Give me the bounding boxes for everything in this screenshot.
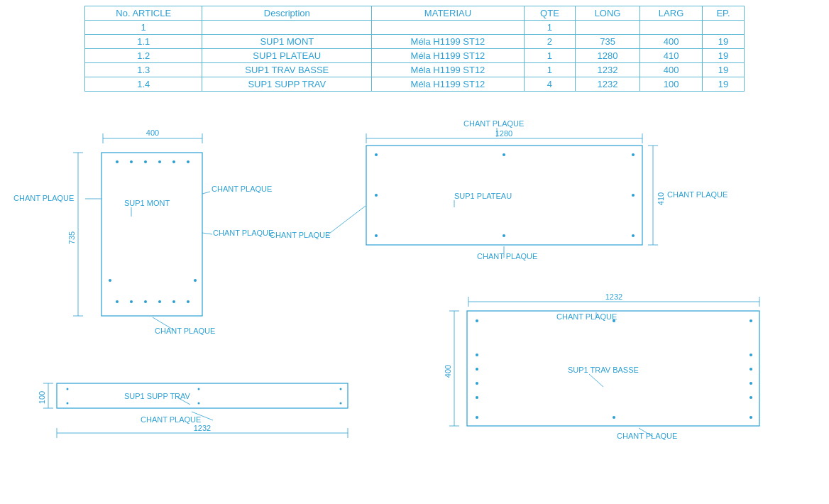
table-cell-qte: 1 bbox=[524, 21, 575, 35]
svg-point-41 bbox=[503, 234, 505, 237]
svg-line-7 bbox=[202, 192, 210, 194]
svg-rect-9 bbox=[101, 153, 202, 316]
table-cell-larg: 100 bbox=[639, 77, 702, 92]
table-cell-desc: SUP1 TRAV BASSE bbox=[202, 63, 372, 77]
table-cell-larg: 400 bbox=[639, 63, 702, 77]
table-cell-ep: 19 bbox=[703, 77, 745, 92]
mont-chant-mid: CHANT PLAQUE bbox=[213, 229, 273, 237]
svg-line-33 bbox=[326, 206, 366, 236]
svg-point-77 bbox=[67, 388, 69, 390]
mont-chant-left: CHANT PLAQUE bbox=[13, 194, 74, 202]
table-cell-long bbox=[576, 21, 640, 35]
technical-drawing: 400 735 CHANT PLAQUE CHANT PLAQUE CHANT … bbox=[0, 114, 829, 504]
svg-point-60 bbox=[476, 354, 478, 356]
table-cell-no: 1.1 bbox=[85, 35, 202, 49]
trav-basse-width-dim: 1232 bbox=[605, 292, 622, 301]
svg-point-16 bbox=[116, 300, 119, 303]
svg-line-25 bbox=[202, 233, 212, 234]
svg-point-78 bbox=[67, 402, 69, 405]
col-header-ep: EP. bbox=[703, 6, 745, 21]
table-cell-ep bbox=[703, 21, 745, 35]
svg-point-22 bbox=[109, 279, 111, 282]
svg-point-19 bbox=[158, 300, 161, 303]
svg-point-63 bbox=[476, 396, 478, 399]
svg-point-62 bbox=[476, 382, 478, 385]
table-cell-desc: SUP1 PLATEAU bbox=[202, 49, 372, 63]
table-cell-mat: Méla H1199 ST12 bbox=[372, 35, 525, 49]
table-cell-no: 1.3 bbox=[85, 63, 202, 77]
table-cell-ep: 19 bbox=[703, 35, 745, 49]
table-row: 1.3SUP1 TRAV BASSEMéla H1199 ST121123240… bbox=[85, 63, 745, 77]
svg-point-40 bbox=[503, 153, 505, 156]
trav-basse-height-dim: 400 bbox=[444, 365, 452, 378]
plateau-chant-left: CHANT PLAQUE bbox=[270, 231, 330, 239]
table-cell-long: 1232 bbox=[576, 77, 640, 92]
svg-point-20 bbox=[172, 300, 175, 303]
plateau-chant-right: CHANT PLAQUE bbox=[667, 190, 728, 199]
svg-point-55 bbox=[750, 319, 752, 322]
table-cell-mat: Méla H1199 ST12 bbox=[372, 63, 525, 77]
svg-point-39 bbox=[632, 234, 635, 237]
svg-point-56 bbox=[476, 416, 478, 419]
table-row: 1.4SUP1 SUPP TRAVMéla H1199 ST1241232100… bbox=[85, 77, 745, 92]
svg-point-12 bbox=[144, 160, 147, 163]
mont-chant-bottom: CHANT PLAQUE bbox=[155, 327, 215, 335]
col-header-qte: QTE bbox=[524, 6, 575, 21]
col-header-no: No. ARTICLE bbox=[85, 6, 202, 21]
bom-table: No. ARTICLE Description MATERIAU QTE LON… bbox=[84, 6, 745, 92]
svg-line-68 bbox=[589, 374, 603, 387]
svg-point-18 bbox=[144, 300, 147, 303]
table-row: 11 bbox=[85, 21, 745, 35]
table-cell-larg: 400 bbox=[639, 35, 702, 49]
svg-point-36 bbox=[375, 153, 378, 156]
svg-point-10 bbox=[116, 160, 119, 163]
svg-point-59 bbox=[613, 416, 615, 419]
col-header-long: LONG bbox=[576, 6, 640, 21]
svg-point-37 bbox=[632, 153, 635, 156]
sup1-mont-label: SUP1 MONT bbox=[124, 199, 170, 207]
svg-point-15 bbox=[187, 160, 190, 163]
table-cell-no: 1.4 bbox=[85, 77, 202, 92]
mont-width-dim: 400 bbox=[146, 128, 159, 137]
mont-chant-right: CHANT PLAQUE bbox=[212, 185, 272, 193]
table-cell-mat bbox=[372, 21, 525, 35]
mont-height-dim: 735 bbox=[67, 231, 76, 244]
svg-point-58 bbox=[613, 319, 615, 322]
table-cell-no: 1.2 bbox=[85, 49, 202, 63]
svg-point-65 bbox=[750, 368, 752, 371]
table-cell-ep: 19 bbox=[703, 49, 745, 63]
svg-point-21 bbox=[187, 300, 190, 303]
supp-trav-chant-bottom: CHANT PLAQUE bbox=[141, 415, 201, 424]
table-cell-desc: SUP1 SUPP TRAV bbox=[202, 77, 372, 92]
svg-point-80 bbox=[198, 402, 200, 405]
svg-point-64 bbox=[750, 354, 752, 356]
col-header-larg: LARG bbox=[639, 6, 702, 21]
supp-trav-width-dim: 1232 bbox=[194, 424, 211, 432]
table-row: 1.2SUP1 PLATEAUMéla H1199 ST121128041019 bbox=[85, 49, 745, 63]
plateau-chant-bottom: CHANT PLAQUE bbox=[477, 252, 537, 261]
svg-point-13 bbox=[158, 160, 161, 163]
svg-point-79 bbox=[198, 388, 200, 390]
plateau-height-dim: 410 bbox=[657, 192, 665, 205]
table-cell-larg: 410 bbox=[639, 49, 702, 63]
table-cell-ep: 19 bbox=[703, 63, 745, 77]
svg-point-82 bbox=[340, 402, 342, 405]
plateau-width-dim: 1280 bbox=[495, 129, 512, 138]
svg-point-57 bbox=[750, 416, 752, 419]
svg-point-17 bbox=[130, 300, 133, 303]
table-cell-mat: Méla H1199 ST12 bbox=[372, 49, 525, 63]
sup1-plateau-label: SUP1 PLATEAU bbox=[454, 192, 512, 200]
table-cell-qte: 1 bbox=[524, 63, 575, 77]
svg-rect-76 bbox=[57, 383, 348, 408]
svg-point-43 bbox=[632, 194, 635, 197]
table-cell-desc bbox=[202, 21, 372, 35]
svg-point-14 bbox=[172, 160, 175, 163]
table-cell-long: 735 bbox=[576, 35, 640, 49]
table-cell-qte: 2 bbox=[524, 35, 575, 49]
table-cell-long: 1232 bbox=[576, 63, 640, 77]
sup1-trav-basse-label: SUP1 TRAV BASSE bbox=[568, 366, 639, 374]
svg-point-11 bbox=[130, 160, 133, 163]
svg-point-42 bbox=[375, 194, 378, 197]
svg-point-23 bbox=[194, 279, 197, 282]
svg-point-67 bbox=[750, 396, 752, 399]
